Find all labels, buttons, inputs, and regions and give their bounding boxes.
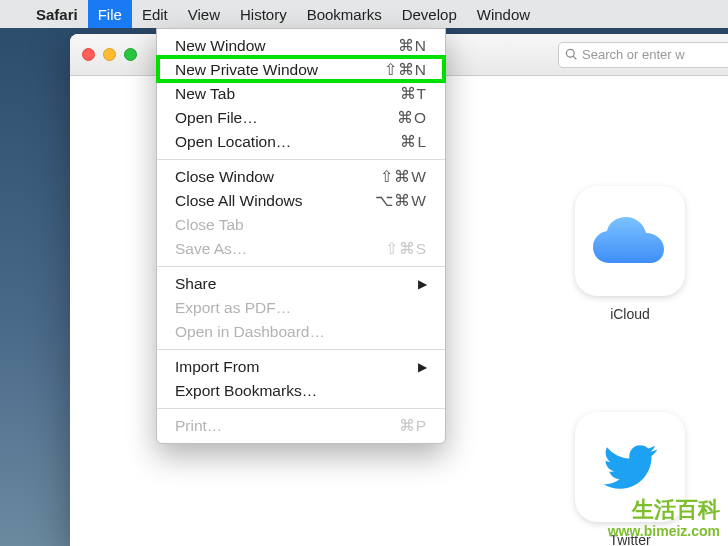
menu-view[interactable]: View bbox=[178, 0, 230, 28]
address-bar[interactable]: Search or enter w bbox=[558, 42, 728, 68]
menu-history[interactable]: History bbox=[230, 0, 297, 28]
menu-item-share[interactable]: Share▶ bbox=[157, 272, 445, 296]
menu-item-open-location[interactable]: Open Location…⌘L bbox=[157, 130, 445, 154]
minimize-button[interactable] bbox=[103, 48, 116, 61]
menu-item-print: Print…⌘P bbox=[157, 414, 445, 438]
favorite-icloud[interactable]: iCloud bbox=[570, 186, 690, 322]
submenu-arrow-icon: ▶ bbox=[418, 360, 427, 374]
menu-file[interactable]: File bbox=[88, 0, 132, 28]
menu-item-export-pdf: Export as PDF… bbox=[157, 296, 445, 320]
menu-item-close-window[interactable]: Close Window⇧⌘W bbox=[157, 165, 445, 189]
menu-item-close-tab: Close Tab bbox=[157, 213, 445, 237]
watermark: 生活百科 www.bimeiz.com bbox=[608, 497, 720, 540]
menu-app[interactable]: Safari bbox=[26, 0, 88, 28]
traffic-lights bbox=[82, 48, 137, 61]
menu-item-new-tab[interactable]: New Tab⌘T bbox=[157, 82, 445, 106]
menu-edit[interactable]: Edit bbox=[132, 0, 178, 28]
menu-item-new-private-window[interactable]: New Private Window⇧⌘N bbox=[157, 58, 445, 82]
menu-item-export-bookmarks[interactable]: Export Bookmarks… bbox=[157, 379, 445, 403]
twitter-icon bbox=[595, 438, 665, 496]
menu-separator bbox=[157, 266, 445, 267]
menu-item-open-dashboard: Open in Dashboard… bbox=[157, 320, 445, 344]
favorite-label: iCloud bbox=[570, 306, 690, 322]
menu-bookmarks[interactable]: Bookmarks bbox=[297, 0, 392, 28]
watermark-url: www.bimeiz.com bbox=[608, 523, 720, 540]
file-menu-dropdown: New Window⌘N New Private Window⇧⌘N New T… bbox=[156, 28, 446, 444]
watermark-title: 生活百科 bbox=[608, 497, 720, 523]
menu-separator bbox=[157, 159, 445, 160]
menu-item-new-window[interactable]: New Window⌘N bbox=[157, 34, 445, 58]
menu-item-import-from[interactable]: Import From▶ bbox=[157, 355, 445, 379]
close-button[interactable] bbox=[82, 48, 95, 61]
menu-item-save-as: Save As…⇧⌘S bbox=[157, 237, 445, 261]
menu-develop[interactable]: Develop bbox=[392, 0, 467, 28]
cloud-icon bbox=[591, 215, 669, 267]
menu-window[interactable]: Window bbox=[467, 0, 540, 28]
menu-item-close-all-windows[interactable]: Close All Windows⌥⌘W bbox=[157, 189, 445, 213]
menu-item-open-file[interactable]: Open File…⌘O bbox=[157, 106, 445, 130]
menu-separator bbox=[157, 408, 445, 409]
submenu-arrow-icon: ▶ bbox=[418, 277, 427, 291]
menu-bar: Safari File Edit View History Bookmarks … bbox=[0, 0, 728, 28]
zoom-button[interactable] bbox=[124, 48, 137, 61]
address-placeholder: Search or enter w bbox=[582, 47, 685, 62]
menu-separator bbox=[157, 349, 445, 350]
search-icon bbox=[565, 48, 578, 61]
